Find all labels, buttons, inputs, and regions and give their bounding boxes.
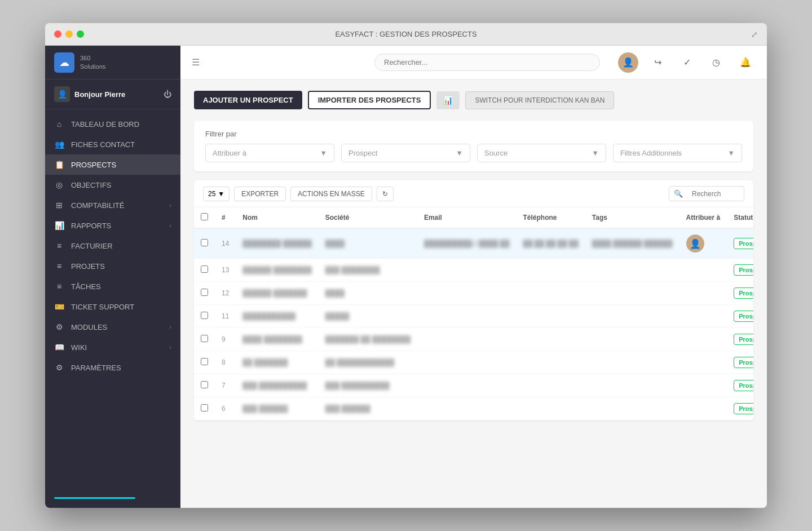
per-page-select[interactable]: 25 ▼ [203,187,230,201]
sidebar-username: Bonjour Pierre [74,90,159,99]
additional-filters-select[interactable]: Filtres Additionnels ▼ [613,144,742,162]
sidebar-item-parametres[interactable]: ⚙ PARAMÈTRES [45,357,180,378]
row-nom: ███ ██████ [236,397,318,421]
check-icon[interactable]: ✓ [677,52,697,73]
table-row[interactable]: 13 ██████ ████████ ███ ████████ Prospect… [194,259,753,282]
avatar-button[interactable]: 👤 [618,52,638,73]
table-row[interactable]: 14 ████████ ██████ ████ ██████████@████.… [194,228,753,259]
status-badge[interactable]: Prospect [734,380,753,391]
row-checkbox[interactable] [201,266,208,273]
sidebar-user-row: 👤 Bonjour Pierre ⏻ [45,79,180,109]
sidebar-item-label: RAPPORTS [71,222,111,230]
hamburger-icon[interactable]: ☰ [192,57,200,68]
user-icon-box: 👤 [54,86,70,102]
sidebar-item-fiches-contact[interactable]: 👥 FICHES CONTACT [45,134,180,154]
sidebar-item-modules[interactable]: ⚙ MODULES › [45,317,180,337]
row-statut: Prospect [727,228,753,259]
row-id: 9 [215,328,236,351]
status-badge[interactable]: Prospect [734,311,753,322]
sidebar-item-taches[interactable]: ≡ TÂCHES [45,276,180,297]
row-nom: ███ ██████████ [236,374,318,397]
status-badge[interactable]: Prospect [734,334,753,345]
row-tags [585,374,679,397]
search-input[interactable] [374,54,600,71]
table-row[interactable]: 8 ██ ███████ ██ ████████████ Prospect Ré… [194,351,753,374]
sidebar-item-facturier[interactable]: ≡ FACTURIER [45,236,180,256]
filter-label: Filtrer par [205,130,742,138]
sidebar-item-objectifs[interactable]: ◎ OBJECTIFS [45,175,180,195]
status-badge[interactable]: Prospect [734,264,753,276]
chevron-right-icon: › [169,202,171,209]
expand-icon[interactable]: ⤢ [751,30,758,39]
select-all-checkbox[interactable] [201,213,208,220]
row-societe: ██ ████████████ [319,351,417,374]
chevron-down-icon: ▼ [592,149,599,157]
row-societe: ███████ ██ ████████ [319,328,417,351]
sidebar-item-rapports[interactable]: 📊 RAPPORTS › [45,215,180,236]
objectifs-icon: ◎ [54,180,64,189]
table-row[interactable]: 7 ███ ██████████ ███ ██████████ Prospect… [194,374,753,397]
row-checkbox[interactable] [201,312,208,319]
row-checkbox[interactable] [201,404,208,411]
sidebar-item-prospects[interactable]: 📋 PROSPECTS [45,154,180,175]
row-id: 6 [215,397,236,421]
maximize-button[interactable] [77,30,84,38]
row-nom: ████ ████████ [236,328,318,351]
col-id: # [215,207,236,228]
app-body: ☁ 360 Solutions 👤 Bonjour Pierre ⏻ ⌂ TAB… [45,46,767,508]
col-checkbox [194,207,215,228]
refresh-button[interactable]: ↻ [377,187,394,201]
table-row[interactable]: 6 ███ ██████ ███ ██████ Prospect Réseau … [194,397,753,421]
mass-action-button[interactable]: ACTIONS EN MASSE [290,187,372,201]
add-prospect-button[interactable]: AJOUTER UN PROSPECT [194,91,302,109]
sidebar-item-comptabilite[interactable]: ⊞ COMPTABILITÉ › [45,195,180,215]
filter-row: Filtrer par Attribuer à ▼ Prospect ▼ Sou… [194,121,753,171]
table-row[interactable]: 9 ████ ████████ ███████ ██ ████████ Pros… [194,328,753,351]
source-select[interactable]: Source ▼ [477,144,606,162]
chevron-down-icon: ▼ [727,149,735,157]
sidebar-item-wiki[interactable]: 📖 WIKI › [45,337,180,357]
sidebar-item-projets[interactable]: ≡ PROJETS [45,256,180,276]
switch-kanban-button[interactable]: SWITCH POUR INTERDICTION KAN BAN [465,91,614,109]
status-badge[interactable]: Prospect [734,403,753,414]
table-row[interactable]: 12 ██████ ███████ ████ Prospect Réseau I… [194,282,753,305]
row-checkbox[interactable] [201,289,208,296]
sidebar-brand: 360 Solutions [80,54,105,70]
attribuer-select[interactable]: Attribuer à ▼ [205,144,334,162]
export-button[interactable]: EXPORTER [234,187,286,201]
sidebar-item-label: FACTURIER [71,242,113,250]
row-nom: ████████ ██████ [236,228,318,259]
table-row[interactable]: 11 ███████████ █████ Prospect Réseau Il … [194,305,753,328]
row-id: 13 [215,259,236,282]
status-badge[interactable]: Prospect [734,357,753,368]
bell-icon[interactable]: 🔔 [735,52,756,73]
row-checkbox[interactable] [201,239,208,246]
ticket-support-icon: 🎫 [54,302,64,311]
share-icon[interactable]: ↪ [647,52,668,73]
chart-icon-button[interactable]: 📊 [436,91,460,109]
app-window: EASYFACT : GESTION DES PROSPECTS ⤢ ☁ 360… [45,23,767,508]
row-checkbox[interactable] [201,358,208,365]
row-societe: ███ ██████████ [319,374,417,397]
sidebar-item-tableau-de-bord[interactable]: ⌂ TABLEAU DE BORD [45,114,180,134]
status-badge[interactable]: Prospect [734,238,753,249]
close-button[interactable] [54,30,61,38]
minimize-button[interactable] [65,30,73,38]
row-tags [585,351,679,374]
row-telephone: ██ ██ ██ ██ ██ [516,228,585,259]
import-prospects-button[interactable]: IMPORTER DES PROSPECTS [308,91,431,109]
power-icon[interactable]: ⏻ [164,90,171,99]
prospect-select[interactable]: Prospect ▼ [341,144,470,162]
row-checkbox[interactable] [201,335,208,342]
clock-icon[interactable]: ◷ [706,52,726,73]
row-email [417,259,517,282]
sidebar-item-ticket-support[interactable]: 🎫 TICKET SUPPORT [45,297,180,317]
sidebar-item-label: WIKI [71,343,87,352]
row-checkbox[interactable] [201,381,208,388]
sidebar-nav: ⌂ TABLEAU DE BORD 👥 FICHES CONTACT 📋 PRO… [45,109,180,493]
table-search-input[interactable] [687,187,744,201]
row-id: 11 [215,305,236,328]
col-attribuer: Attribuer à [679,207,727,228]
sidebar-item-label: TABLEAU DE BORD [71,120,139,129]
status-badge[interactable]: Prospect [734,287,753,299]
